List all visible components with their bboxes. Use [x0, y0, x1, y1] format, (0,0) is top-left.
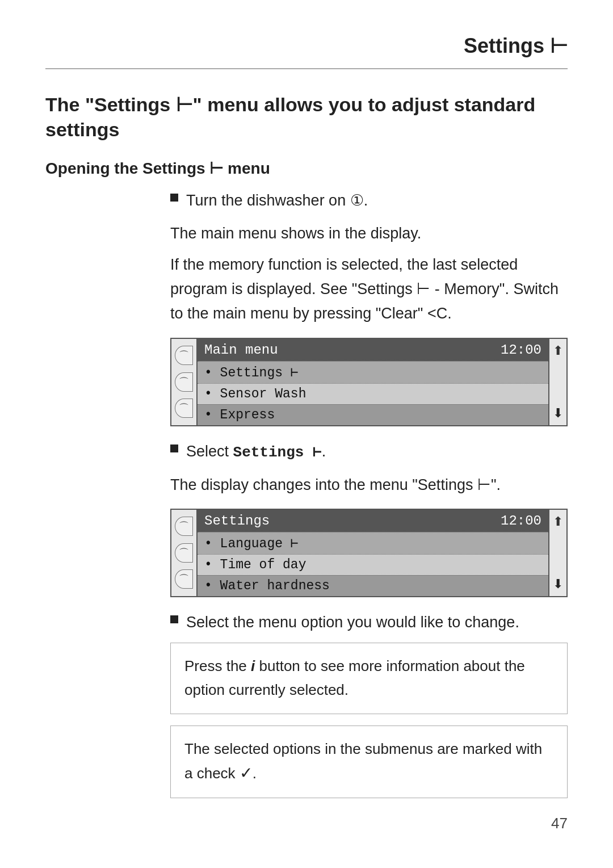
lcd-btn-mid-left-icon: ⌒	[179, 375, 189, 389]
lcd-right-panel-1: ⬆ ⬇	[548, 339, 566, 425]
lcd-title-2: Settings	[204, 513, 270, 529]
sub-heading-text2: menu	[223, 160, 270, 177]
lcd-time-2: 12:00	[501, 513, 541, 529]
main-heading: The "Settings ⊢" menu allows you to adju…	[45, 92, 568, 142]
lcd-time-1: 12:00	[501, 342, 541, 358]
lcd-title-row-2: Settings 12:00	[198, 510, 548, 532]
main-heading-before: The "Settings	[45, 94, 176, 115]
lcd-btn-bot-left[interactable]: ⌒	[175, 399, 193, 418]
info-box-1-before: Press the	[184, 657, 251, 674]
lcd-row-1-3: • Express	[198, 404, 548, 425]
bullet-square-icon	[170, 194, 178, 202]
lcd-btn-bot-left-icon: ⌒	[179, 401, 189, 415]
info-box-1: Press the i button to see more informati…	[170, 643, 568, 714]
page-number: 47	[551, 815, 568, 832]
lcd-btn-mid-left[interactable]: ⌒	[175, 372, 193, 392]
select-instruction-bullet: Select Settings ⊢.	[170, 440, 568, 464]
display-changes-text: The display changes into the menu "Setti…	[170, 473, 568, 497]
lcd-left-buttons-1: ⌒ ⌒ ⌒	[171, 339, 198, 425]
lcd-btn-bot-left-2[interactable]: ⌒	[175, 569, 193, 589]
info-box-2-text: The selected options in the submenus are…	[184, 740, 542, 782]
lcd-right-bottom-1: ⬇	[553, 406, 563, 421]
main-heading-flag-icon: ⊢	[176, 94, 193, 115]
info-box-2: The selected options in the submenus are…	[170, 726, 568, 798]
lcd-right-panel-2: ⬆ ⬇	[548, 510, 566, 596]
lcd-screen-1: Main menu 12:00 • Settings ⊢ • Sensor Wa…	[198, 339, 548, 425]
select-option-text: Select the menu option you would like to…	[186, 611, 568, 634]
sub-heading-flag-icon: ⊢	[209, 160, 223, 177]
select-bullet-icon	[170, 445, 178, 452]
select-option-bullet-icon	[170, 615, 178, 623]
bullet-item-1: Turn the dishwasher on ①.	[170, 189, 568, 212]
lcd-btn-top-left-2[interactable]: ⌒	[175, 517, 193, 536]
lcd-left-buttons-2: ⌒ ⌒ ⌒	[171, 510, 198, 596]
lcd-btn-top-left[interactable]: ⌒	[175, 346, 193, 365]
title-flag-icon: ⊢	[550, 34, 568, 57]
lcd-btn-bot-left-2-icon: ⌒	[179, 572, 189, 586]
lcd-row-2-1: • Language ⊢	[198, 532, 548, 554]
checkmark-icon: ✓	[240, 764, 253, 782]
bullet-text-1: Turn the dishwasher on ①.	[186, 189, 568, 212]
lcd-row-1-1: • Settings ⊢	[198, 361, 548, 383]
lcd-screen-2: Settings 12:00 • Language ⊢ • Time of da…	[198, 510, 548, 596]
lcd-btn-mid-left-2[interactable]: ⌒	[175, 543, 193, 563]
lcd-title-row-1: Main menu 12:00	[198, 339, 548, 361]
lcd-row-1-2-text: • Sensor Wash	[204, 387, 306, 401]
select-instruction-text: Select Settings ⊢.	[186, 440, 568, 464]
info-box-2-period: .	[253, 765, 257, 782]
lcd-btn-mid-left-2-icon: ⌒	[179, 546, 189, 560]
paragraph-2: If the memory function is selected, the …	[170, 253, 568, 326]
lcd-row-1-2: • Sensor Wash	[198, 383, 548, 404]
lcd-row-2-2-text: • Time of day	[204, 557, 306, 572]
lcd-display-1: ⌒ ⌒ ⌒ Main menu 12:00 • Settings ⊢	[170, 338, 568, 426]
lcd-row-1-3-text: • Express	[204, 408, 275, 422]
lcd-title-1: Main menu	[204, 342, 278, 358]
page-header: Settings ⊢	[45, 34, 568, 69]
lcd-row-2-2: • Time of day	[198, 554, 548, 575]
select-option-bullet: Select the menu option you would like to…	[170, 611, 568, 634]
sub-heading-text: Opening the Settings	[45, 160, 209, 177]
lcd-row-2-3-text: • Water hardness	[204, 578, 330, 593]
paragraph-1: The main menu shows in the display.	[170, 221, 568, 246]
content-block: Turn the dishwasher on ①. The main menu …	[170, 189, 568, 798]
lcd-btn-top-left-icon: ⌒	[179, 349, 189, 362]
page-title-text: Settings	[464, 34, 544, 57]
lcd-right-bottom-icon-2: ⬇	[553, 577, 563, 592]
lcd-right-top-icon-2: ⬆	[553, 514, 563, 529]
lcd-right-bottom-2: ⬇	[553, 577, 563, 592]
lcd-row-2-3: • Water hardness	[198, 575, 548, 596]
lcd-btn-top-left-2-icon: ⌒	[179, 519, 189, 533]
lcd-row-1-1-text: • Settings ⊢	[204, 364, 299, 380]
lcd-display-2: ⌒ ⌒ ⌒ Settings 12:00 • Language ⊢	[170, 509, 568, 597]
page-title: Settings ⊢	[464, 34, 568, 58]
lcd-right-top-icon-1: ⬆	[553, 343, 563, 358]
sub-heading: Opening the Settings ⊢ menu	[45, 159, 568, 178]
lcd-row-2-1-text: • Language ⊢	[204, 535, 299, 551]
lcd-right-bottom-icon-1: ⬇	[553, 406, 563, 421]
